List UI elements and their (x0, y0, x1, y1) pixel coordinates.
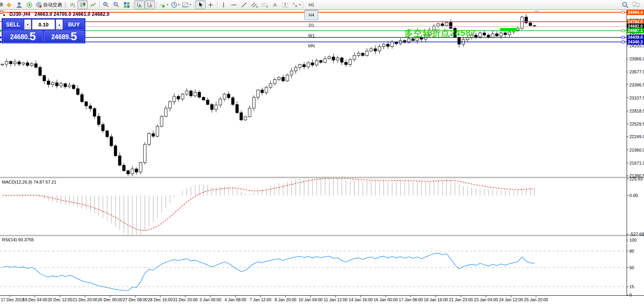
new-order-button-label[interactable]: 单 (0, 2, 4, 8)
tile-windows-button[interactable] (121, 0, 132, 9)
auto-scroll-button[interactable] (134, 0, 145, 9)
candle (152, 133, 155, 136)
line-drag-handle[interactable] (622, 36, 624, 39)
candle (232, 98, 234, 104)
sell-price[interactable]: 24680.5 (3, 30, 43, 43)
axis-tick-label: -527.68 (629, 232, 644, 236)
line-drag-handle[interactable] (622, 11, 624, 13)
line-drag-handle[interactable] (622, 41, 624, 43)
text-label-button[interactable]: T (280, 0, 291, 9)
autotrading-button[interactable]: 自动交易 (34, 0, 63, 9)
candle (177, 96, 180, 99)
sell-price-main: 24680 (10, 32, 28, 42)
timeframe-MN[interactable]: MN (304, 41, 318, 51)
zoom-in-button[interactable] (101, 0, 111, 9)
bar-chart-button[interactable] (67, 0, 77, 9)
order-ticket-button[interactable] (4, 0, 14, 9)
time-axis-label: 11 Jan 12:00 (324, 297, 347, 302)
channel-glyph: E (256, 6, 258, 8)
candle (274, 80, 276, 84)
candle (169, 102, 172, 108)
candle (206, 100, 209, 104)
candle (139, 163, 142, 172)
chart-text-annotation[interactable]: 多空转折点24587 (404, 27, 476, 39)
profile-button[interactable] (14, 0, 24, 9)
sell-price-big-digit: 5 (29, 31, 36, 42)
buy-button[interactable]: BUY (64, 19, 84, 30)
chart-canvas[interactable]: 24824.524535.524255.023966.023677.023396… (0, 0, 644, 304)
candle (491, 34, 494, 37)
text-button[interactable]: A (270, 0, 280, 9)
volume-decrease-button[interactable]: ▼ (24, 19, 31, 30)
periods-button[interactable]: ▾ (170, 0, 181, 9)
toolbar: 单 自动交易 ▾ ▾ ▾ E F A T ▾ M1M (0, 0, 644, 10)
buy-price[interactable]: 24689.5 (44, 30, 84, 43)
candle (315, 60, 318, 65)
candle (131, 169, 134, 174)
trendline-button[interactable] (239, 0, 249, 9)
axis-tick-label: 80 (629, 249, 634, 253)
templates-button[interactable]: ▾ (181, 0, 193, 9)
arrows-button[interactable]: ▾ (291, 0, 302, 9)
trendline-icon (241, 2, 247, 8)
candle (181, 94, 184, 99)
line-chart-button[interactable] (88, 0, 98, 9)
fibonacci-button[interactable]: F (260, 0, 270, 9)
volume-increase-button[interactable]: ▲ (56, 19, 63, 30)
timeframe-D1[interactable]: D1 (304, 20, 318, 30)
candle (357, 53, 360, 56)
candle (479, 33, 482, 37)
candle (445, 23, 448, 26)
zoom-in-icon (102, 1, 110, 8)
chat-button[interactable] (631, 0, 642, 9)
candle (319, 60, 322, 62)
signals-button[interactable] (24, 0, 34, 9)
ohlc-values: 24663.0 24705.0 24661.0 24682.0 (34, 11, 110, 17)
candle (265, 87, 268, 93)
chat-icon (632, 1, 640, 9)
line-drag-handle[interactable] (622, 30, 624, 32)
horizontal-line-button[interactable] (229, 0, 239, 9)
axis-tick-label: 21671.0 (629, 161, 644, 165)
indicators-button[interactable]: ▾ (158, 0, 170, 9)
chart-title: ▲ DJ30-,H4 24663.0 24705.0 24661.0 24682… (2, 11, 110, 17)
axis-tick-label: 15 (629, 284, 634, 289)
candle (227, 94, 230, 98)
chart-shift-button[interactable] (145, 0, 155, 9)
vertical-line-button[interactable] (219, 0, 229, 9)
candle (51, 83, 54, 85)
timeframe-H1[interactable]: H1 (304, 0, 318, 10)
zoom-out-button[interactable] (111, 0, 121, 9)
rsi-line (2, 253, 534, 291)
candle (135, 169, 138, 172)
candle (190, 91, 193, 96)
time-axis-label: 7 Jan 12:00 (249, 297, 271, 302)
time-axis-label: 8 Jan 20:00 (275, 297, 297, 302)
time-axis-label: 25 Jan 20:00 (524, 297, 548, 302)
toolbar-separator (303, 1, 303, 8)
price-level-badge: 24587.1 (627, 28, 644, 33)
rectangle-annotation[interactable] (500, 28, 516, 31)
cursor-button[interactable] (195, 0, 206, 9)
candle (303, 65, 306, 67)
timeframe-H4[interactable]: H4 (304, 10, 318, 20)
candle (353, 56, 356, 60)
collapse-triangle-icon[interactable]: ▲ (2, 13, 6, 17)
equidistant-channel-button[interactable]: E (249, 0, 260, 9)
candle (349, 60, 351, 65)
signals-icon (26, 2, 33, 8)
bar-chart-icon (69, 2, 76, 8)
candle (76, 88, 79, 94)
volume-input[interactable] (32, 19, 55, 30)
candle (55, 83, 58, 86)
candle (290, 71, 293, 75)
sell-button[interactable]: SELL (3, 19, 23, 30)
candlestick-chart-button[interactable] (77, 0, 88, 9)
search-button[interactable] (620, 0, 631, 9)
timeframe-W1[interactable]: W1 (304, 30, 318, 41)
candlestick-chart-icon (79, 2, 86, 8)
candle (311, 63, 314, 65)
timeframe-group: M1M5M15M30H1H4D1W1MN (304, 0, 318, 51)
time-axis-label: 14 Jan 16:00 (349, 297, 373, 302)
crosshair-button[interactable] (206, 0, 216, 9)
